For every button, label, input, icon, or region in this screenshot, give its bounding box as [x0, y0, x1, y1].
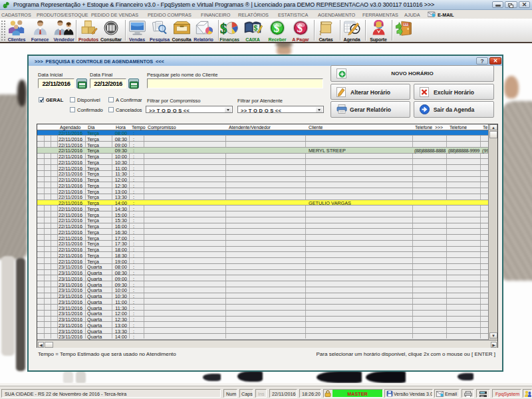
svg-text:$: $ — [254, 25, 258, 32]
svg-text:$: $ — [220, 21, 227, 36]
svg-text:$: $ — [297, 22, 303, 35]
svg-text:$: $ — [274, 22, 279, 35]
svg-text:EXIT: EXIT — [404, 23, 410, 27]
